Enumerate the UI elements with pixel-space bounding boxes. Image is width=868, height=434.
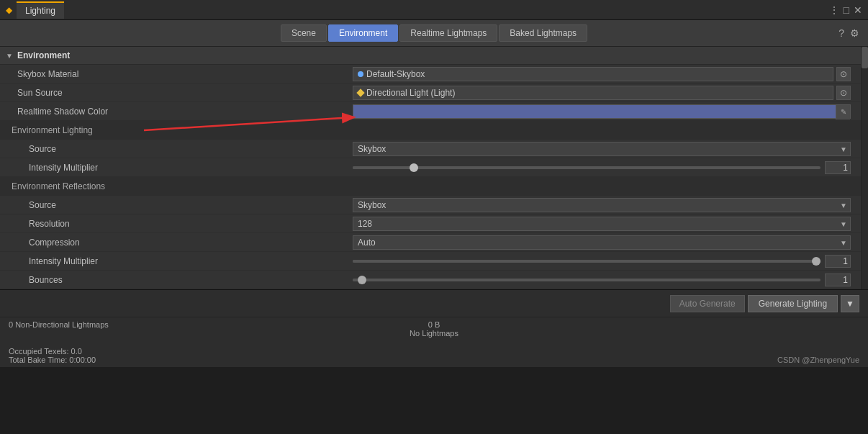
skybox-material-text: Default-Skybox [366,69,425,79]
status-bar-center: 0 B No Lightmaps [292,320,576,338]
shadow-color-label: Realtime Shadow Color [0,107,353,117]
tab-realtime-lightmaps[interactable]: Realtime Lightmaps [399,24,497,42]
env-reflections-source-arrow: ▼ [840,201,847,209]
env-lighting-intensity-thumb[interactable] [410,163,418,172]
env-reflections-resolution-row: Resolution 128 ▼ [0,214,861,233]
env-reflections-compression-row: Compression Auto ▼ [0,233,861,252]
status-bar-bottom: Occupied Texels: 0.0 Total Bake Time: 0:… [9,339,859,364]
sun-source-value: Directional Light (Light) ⊙ [353,86,861,100]
env-lighting-intensity-label: Intensity Multiplier [0,163,353,173]
skybox-material-value: Default-Skybox ⊙ [353,67,861,81]
env-lighting-intensity-slider [353,161,851,174]
lightmaps-size: 0 B [292,320,576,329]
env-reflections-resolution-dropdown[interactable]: 128 ▼ [353,217,851,231]
sun-source-text: Directional Light (Light) [366,88,455,98]
env-lighting-intensity-input[interactable] [825,161,851,174]
settings-icon[interactable]: ⚙ [850,27,859,39]
env-reflections-intensity-value [353,255,861,268]
env-reflections-source-text: Skybox [358,200,386,210]
status-bar: 0 Non-Directional Lightmaps 0 B No Light… [0,317,868,367]
status-bar-left: 0 Non-Directional Lightmaps [9,320,292,329]
occupied-texels: Occupied Texels: 0.0 [9,347,96,356]
tab-bar: Scene Environment Realtime Lightmaps Bak… [0,20,868,47]
sun-source-pick-btn[interactable]: ⊙ [836,86,851,100]
total-bake-time: Total Bake Time: 0:00:00 [9,356,96,364]
skybox-material-label: Skybox Material [0,69,353,79]
content-area: ▼ Environment Skybox Material Default-Sk… [0,47,868,289]
env-reflections-intensity-fill [353,260,816,263]
skybox-material-field[interactable]: Default-Skybox [353,67,833,81]
lightmaps-count: 0 Non-Directional Lightmaps [9,320,292,329]
env-reflections-resolution-label: Resolution [0,219,353,229]
sun-source-label: Sun Source [0,88,353,98]
env-reflections-section-label: Environment Reflections [0,181,353,191]
status-bar-top: 0 Non-Directional Lightmaps 0 B No Light… [9,320,859,338]
shadow-color-row: Realtime Shadow Color ✎ [0,102,861,121]
color-picker-icon[interactable]: ✎ [836,105,850,119]
env-lighting-source-label: Source [0,144,353,154]
title-bar-controls: ⋮ □ ✕ [829,4,862,16]
title-bar-left: ◆ Lighting [6,1,64,19]
shadow-color-value: ✎ [353,104,861,119]
env-reflections-bounces-thumb[interactable] [358,276,366,284]
env-reflections-resolution-text: 128 [358,219,372,229]
auto-generate-button[interactable]: Auto Generate [670,295,745,312]
env-reflections-bounces-slider [353,273,851,286]
env-reflections-source-value: Skybox ▼ [353,198,861,212]
env-lighting-intensity-fill [353,166,414,169]
env-reflections-bounces-track[interactable] [353,279,820,281]
skybox-material-pick-btn[interactable]: ⊙ [836,67,851,81]
sun-source-field[interactable]: Directional Light (Light) [353,86,833,100]
env-reflections-intensity-input[interactable] [825,255,851,268]
tab-scene[interactable]: Scene [281,24,327,42]
tab-environment[interactable]: Environment [328,24,398,42]
watermark: CSDN @ZhenpengYue [777,356,859,364]
more-options-icon[interactable]: ⋮ [829,4,839,16]
env-lighting-intensity-value [353,161,861,174]
sun-source-icon [356,89,364,96]
window-title[interactable]: Lighting [17,1,64,19]
env-reflections-header-row: Environment Reflections [0,177,861,196]
env-lighting-source-arrow: ▼ [840,145,847,153]
main-panel: ▼ Environment Skybox Material Default-Sk… [0,47,868,289]
generate-lighting-button[interactable]: Generate Lighting [748,295,838,312]
env-reflections-intensity-row: Intensity Multiplier [0,252,861,271]
env-reflections-source-dropdown[interactable]: Skybox ▼ [353,198,851,212]
env-reflections-intensity-thumb[interactable] [812,257,820,266]
skybox-dot-icon [358,71,363,77]
tab-baked-lightmaps[interactable]: Baked Lightmaps [499,24,587,42]
env-reflections-compression-arrow: ▼ [840,238,847,246]
generate-lighting-dropdown-btn[interactable]: ▼ [841,295,859,312]
generate-bar: Auto Generate Generate Lighting ▼ [0,289,868,317]
env-reflections-bounces-value [353,273,861,286]
env-lighting-section-label: Environment Lighting [0,125,353,135]
env-reflections-intensity-track[interactable] [353,260,820,263]
env-lighting-intensity-track[interactable] [353,166,820,169]
help-icon[interactable]: ? [838,27,844,39]
shadow-color-field[interactable]: ✎ [353,104,851,119]
maximize-icon[interactable]: □ [844,4,849,16]
env-reflections-bounces-row: Bounces [0,271,861,289]
env-lighting-source-dropdown[interactable]: Skybox ▼ [353,142,851,156]
env-reflections-resolution-arrow: ▼ [840,220,847,227]
environment-collapse-arrow[interactable]: ▼ [6,52,13,60]
lighting-icon: ◆ [6,5,12,15]
env-reflections-bounces-label: Bounces [0,275,353,285]
environment-section-label: Environment [17,50,70,60]
sun-source-row: Sun Source Directional Light (Light) ⊙ [0,83,861,102]
environment-section-header[interactable]: ▼ Environment [0,47,861,65]
env-reflections-compression-value: Auto ▼ [353,235,861,250]
env-reflections-source-label: Source [0,200,353,210]
env-reflections-compression-label: Compression [0,238,353,248]
env-reflections-source-row: Source Skybox ▼ [0,196,861,214]
env-lighting-source-text: Skybox [358,144,386,154]
scrollbar[interactable] [861,47,868,289]
env-reflections-bounces-input[interactable] [825,273,851,286]
properties-panel: ▼ Environment Skybox Material Default-Sk… [0,47,861,289]
no-lightmaps-label: No Lightmaps [292,329,576,338]
title-bar: ◆ Lighting ⋮ □ ✕ [0,0,868,20]
env-lighting-source-row: Source Skybox ▼ [0,140,861,158]
close-icon[interactable]: ✕ [854,4,862,16]
env-reflections-intensity-label: Intensity Multiplier [0,256,353,266]
env-reflections-compression-dropdown[interactable]: Auto ▼ [353,235,851,250]
